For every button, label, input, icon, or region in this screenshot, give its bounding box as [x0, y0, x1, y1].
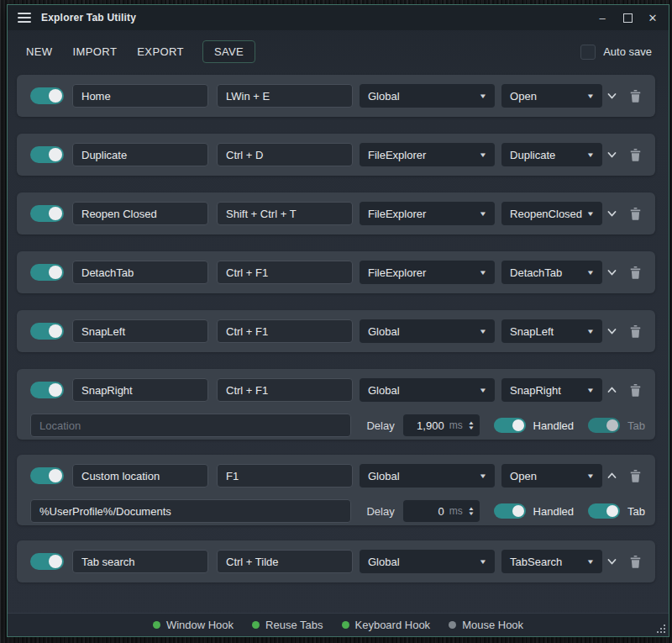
handled-toggle[interactable] [494, 418, 526, 433]
expand-button[interactable] [602, 85, 622, 107]
auto-save-control[interactable]: Auto save [580, 45, 652, 60]
hotkey-input[interactable] [217, 378, 353, 402]
export-button[interactable]: EXPORT [135, 41, 186, 62]
action-select[interactable]: Open▼ [501, 84, 602, 108]
action-select[interactable]: Open▼ [501, 464, 602, 488]
hotkey-input[interactable] [217, 84, 353, 108]
action-select[interactable]: Duplicate▼ [501, 143, 602, 166]
scope-select[interactable]: Global▼ [360, 84, 495, 108]
close-button[interactable]: ✕ [640, 5, 665, 30]
delete-button[interactable] [626, 465, 646, 487]
app-window: Explorer Tab Utility – ✕ NEW IMPORT EXPO… [7, 4, 669, 637]
scope-select[interactable]: Global▼ [360, 378, 495, 402]
enabled-toggle[interactable] [30, 205, 64, 222]
delay-unit: ms [449, 419, 463, 431]
tab-toggle[interactable] [588, 418, 620, 433]
row-main: Global▼ Open▼ [30, 75, 645, 117]
enabled-toggle[interactable] [30, 264, 64, 281]
new-button[interactable]: NEW [24, 41, 55, 62]
name-input[interactable] [72, 464, 208, 488]
action-select[interactable]: SnapLeft▼ [501, 319, 602, 343]
spinner-down-icon[interactable]: ▼ [467, 511, 474, 516]
delete-button[interactable] [626, 261, 646, 283]
enabled-toggle[interactable] [30, 146, 64, 163]
import-button[interactable]: IMPORT [71, 41, 119, 62]
delete-button[interactable] [626, 379, 646, 401]
delete-button[interactable] [626, 85, 646, 107]
delay-spinner[interactable]: ▲▼ [469, 420, 474, 430]
hotkey-input[interactable] [217, 319, 353, 343]
handled-toggle[interactable] [494, 503, 526, 519]
delete-button[interactable] [626, 203, 646, 224]
scope-select[interactable]: Global▼ [360, 464, 495, 488]
tab-toggle[interactable] [588, 503, 620, 519]
delete-button[interactable] [626, 144, 646, 166]
action-value: TabSearch [510, 556, 562, 568]
row-main: Global▼ Open▼ [30, 455, 645, 497]
action-select[interactable]: DetachTab▼ [501, 261, 602, 284]
enabled-toggle[interactable] [30, 553, 64, 570]
minimize-button[interactable]: – [590, 5, 615, 30]
name-input[interactable] [72, 261, 208, 284]
trash-icon [630, 266, 641, 279]
action-select[interactable]: SnapRight▼ [501, 378, 602, 402]
enabled-toggle[interactable] [30, 87, 64, 104]
name-input[interactable] [72, 550, 208, 573]
name-input[interactable] [72, 202, 208, 225]
enabled-toggle[interactable] [30, 323, 64, 340]
expand-button[interactable] [602, 551, 622, 572]
hotkey-input[interactable] [217, 550, 353, 573]
action-select[interactable]: TabSearch▼ [501, 550, 602, 573]
name-input[interactable] [72, 84, 208, 108]
delay-input[interactable]: 1,900 ms ▲▼ [403, 414, 480, 436]
location-input[interactable] [30, 414, 351, 437]
scope-select[interactable]: FileExplorer▼ [360, 261, 495, 284]
maximize-button[interactable] [615, 5, 640, 30]
tab-label: Tab [627, 419, 645, 432]
row-main: Global▼ TabSearch▼ [30, 540, 645, 582]
chevron-down-icon [606, 556, 618, 567]
scope-select[interactable]: FileExplorer▼ [360, 202, 495, 225]
chevron-down-icon: ▼ [586, 387, 595, 394]
expand-button[interactable] [602, 203, 622, 224]
hotkey-input[interactable] [217, 261, 353, 284]
hotkey-input[interactable] [217, 202, 353, 225]
status-label: Keyboard Hook [355, 619, 431, 631]
scope-select[interactable]: Global▼ [360, 550, 495, 573]
name-input[interactable] [72, 378, 208, 402]
delay-spinner[interactable]: ▲▼ [469, 506, 474, 516]
hotkey-input[interactable] [217, 143, 353, 166]
delete-button[interactable] [626, 320, 646, 342]
hamburger-menu-icon[interactable] [18, 13, 31, 23]
name-input[interactable] [72, 319, 208, 343]
save-button[interactable]: SAVE [202, 40, 255, 63]
name-input[interactable] [72, 143, 208, 166]
scope-select[interactable]: Global▼ [360, 319, 495, 343]
collapse-button[interactable] [602, 465, 622, 487]
expand-button[interactable] [602, 144, 622, 166]
delete-button[interactable] [626, 551, 646, 572]
delay-input[interactable]: 0 ms ▲▼ [403, 500, 480, 522]
hotkey-input[interactable] [217, 464, 353, 488]
location-input[interactable] [30, 499, 351, 523]
enabled-toggle[interactable] [30, 382, 64, 398]
toggle-knob-icon [49, 324, 62, 338]
row-details: Delay 0 ms ▲▼ Handled Tab [30, 497, 645, 525]
action-value: Open [510, 470, 537, 482]
scope-value: Global [368, 384, 400, 397]
chevron-down-icon: ▼ [479, 472, 487, 480]
auto-save-checkbox[interactable] [580, 45, 596, 60]
action-select[interactable]: ReopenClosed▼ [501, 202, 602, 225]
expand-button[interactable] [602, 320, 622, 342]
spinner-down-icon[interactable]: ▼ [467, 425, 474, 430]
resize-grip-icon[interactable] [656, 624, 666, 634]
handled-label: Handled [533, 419, 574, 432]
title-bar: Explorer Tab Utility – ✕ [8, 5, 669, 30]
enabled-toggle[interactable] [30, 467, 64, 484]
collapse-button[interactable] [602, 379, 622, 401]
chevron-down-icon [606, 266, 618, 278]
chevron-down-icon: ▼ [479, 151, 487, 159]
expand-button[interactable] [602, 261, 622, 283]
scope-select[interactable]: FileExplorer▼ [360, 143, 495, 166]
window-controls: – ✕ [590, 5, 665, 30]
